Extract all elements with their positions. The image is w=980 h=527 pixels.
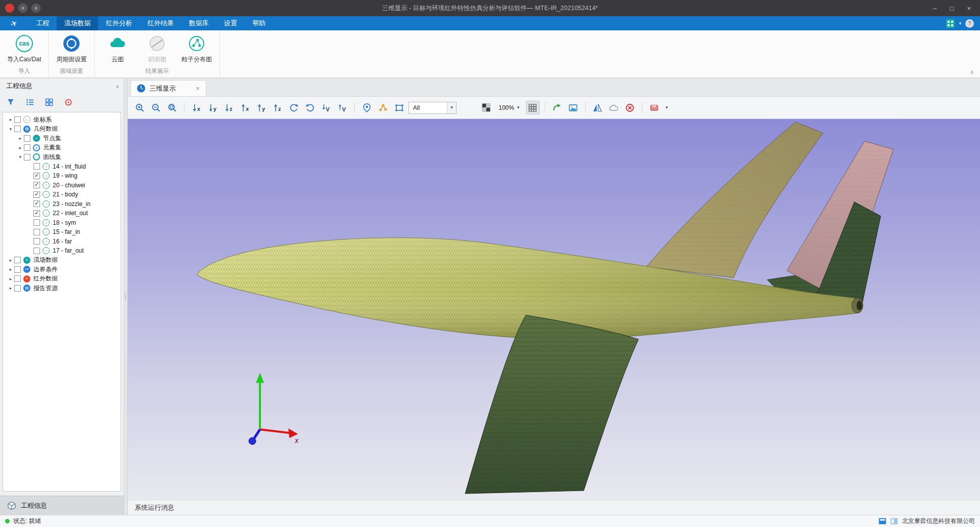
view-z-down-icon[interactable]: z [222,101,236,114]
zoom-level-select[interactable]: 100% ▼ [496,101,523,114]
tree-expander-icon[interactable]: ▸ [7,267,14,272]
tree-item[interactable]: ▸ 红外数据 [3,274,121,284]
view-v-down-icon[interactable]: V [319,101,333,114]
apps-grid-icon[interactable] [946,19,955,28]
tree-item[interactable]: 19 - wing [3,171,121,181]
grid-icon[interactable] [45,98,54,107]
tree-expander-icon[interactable]: ▾ [17,154,24,159]
target-icon[interactable] [64,98,73,107]
tree-checkbox[interactable] [33,219,40,226]
tree-checkbox[interactable] [14,126,21,132]
menu-tab[interactable]: 数据库 [181,16,216,30]
tree-item[interactable]: ▸ 流场数据 [3,256,121,265]
tree-checkbox[interactable] [14,266,21,273]
menu-tab[interactable]: 红外结果 [140,16,181,30]
dropdown-caret-icon[interactable]: ▾ [959,21,961,26]
tree-checkbox[interactable] [14,257,21,263]
rotate-ccw-icon[interactable] [287,101,300,114]
tree-checkbox[interactable] [33,229,40,235]
tab-close-icon[interactable]: × [196,85,200,92]
tree-item[interactable]: 18 - sym [3,218,121,228]
tree-expander-icon[interactable]: ▾ [7,127,14,132]
tree-item[interactable]: 16 - far [3,237,121,247]
import-cas-dat-button[interactable]: cas 导入Cas/Dat [7,34,41,64]
particle-trace-icon[interactable] [376,101,390,114]
period-face-settings-button[interactable]: 周期面设置 [56,34,87,64]
view-y-down-icon[interactable]: y [206,101,219,114]
tree-checkbox[interactable] [33,173,40,179]
smooth-shading-icon[interactable] [607,101,621,114]
panel-collapse-icon[interactable]: ‹ [117,83,119,90]
save-view-icon[interactable] [648,101,661,114]
menu-tab[interactable]: 工程 [28,16,57,30]
maximize-button[interactable]: □ [950,5,954,12]
tree-item[interactable]: 17 - far_out [3,246,121,256]
quick-access-icon-2[interactable] [31,4,41,13]
zoom-out-icon[interactable] [149,101,163,114]
tree-checkbox[interactable] [14,285,21,292]
tree-checkbox[interactable] [24,154,30,160]
grid-toggle-icon[interactable] [526,101,540,114]
zoom-in-icon[interactable] [133,101,146,114]
particle-distribution-button[interactable]: 粒子分布图 [181,34,212,64]
tree-item[interactable]: ▾ 几何数据 [3,125,121,134]
tree-item[interactable]: ▸ 坐标系 [3,115,121,125]
mirror-view-icon[interactable] [591,101,605,114]
panel-splitter[interactable]: ⋮⋮ [124,78,128,515]
tree-item[interactable]: 14 - int_fluid [3,162,121,172]
clear-marks-icon[interactable] [623,101,637,114]
select-region-icon[interactable] [392,101,406,114]
tree-checkbox[interactable] [33,163,40,170]
menu-tab[interactable]: 流场数据 [57,16,98,30]
tree-item[interactable]: ▸ 边界条件 [3,265,121,274]
filter-icon[interactable] [6,98,15,107]
tree-checkbox[interactable] [33,210,40,217]
dropdown-caret-icon[interactable]: ▼ [447,102,456,113]
tree-expander-icon[interactable]: ▸ [7,286,14,291]
cloud-map-button[interactable]: 云图 [102,34,133,64]
view-y-up-icon[interactable]: y [254,101,268,114]
texture-mode-icon[interactable] [479,101,493,114]
tree-checkbox[interactable] [14,116,21,123]
menu-tab[interactable]: 帮助 [245,16,273,30]
window-layout-icon-1[interactable] [879,518,886,524]
tree-item[interactable]: ▸ 元素集 [3,143,121,153]
close-button[interactable]: × [967,5,971,12]
tree-checkbox[interactable] [14,275,21,282]
tree-item[interactable]: ▸ 报告资源 [3,283,121,293]
tree-expander-icon[interactable]: ▸ [7,258,14,263]
display-filter-select[interactable]: All ▼ [408,102,457,114]
menu-tab[interactable]: 红外分析 [98,16,140,30]
list-icon[interactable] [25,98,34,107]
tree-item[interactable]: 15 - far_in [3,227,121,237]
quick-access-icon-1[interactable] [18,4,27,13]
rotate-cw-icon[interactable] [303,101,317,114]
zoom-fit-icon[interactable] [165,101,179,114]
tree-expander-icon[interactable]: ▸ [17,136,24,141]
tree-item[interactable]: 20 - chuiwei [3,181,121,190]
view-x-up-icon[interactable]: x [238,101,252,114]
tree-expander-icon[interactable]: ▸ [7,276,14,281]
menu-tab[interactable]: 设置 [216,16,245,30]
system-message-bar[interactable]: 系统运行消息 [128,500,980,515]
tree-item[interactable]: 22 - inlet_out [3,209,121,218]
tree-checkbox[interactable] [33,238,40,245]
export-view-icon[interactable] [550,101,564,114]
view-v-up-icon[interactable]: V [335,101,349,114]
minimize-button[interactable]: – [933,5,936,12]
tree-item[interactable]: ▸ 节点集 [3,134,121,143]
tree-expander-icon[interactable]: ▸ [17,145,24,150]
ribbon-collapse-icon[interactable]: ∧ [970,69,974,75]
tree-checkbox[interactable] [24,135,30,142]
tree-checkbox[interactable] [33,200,40,207]
tree-checkbox[interactable] [33,248,40,254]
tree-item[interactable]: 23 - nozzle_in [3,199,121,209]
save-view-caret[interactable]: ▼ [664,101,670,114]
tree-checkbox[interactable] [24,144,30,151]
user-icon[interactable]: ? [965,19,974,28]
tree-checkbox[interactable] [33,191,40,198]
tree-item[interactable]: ▾ 面线集 [3,152,121,162]
tree-expander-icon[interactable]: ▸ [7,117,14,122]
tree-checkbox[interactable] [33,182,40,188]
view-x-down-icon[interactable]: x [190,101,203,114]
